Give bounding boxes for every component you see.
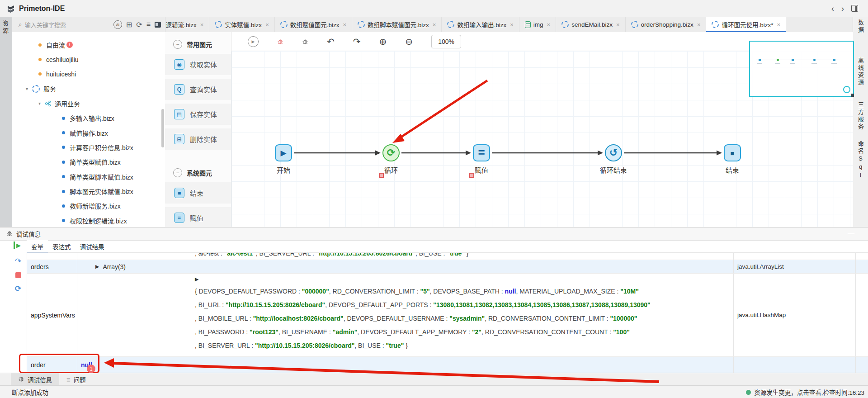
debug-bug-icon[interactable]: [277, 38, 283, 45]
editor-tab-5[interactable]: img×: [519, 17, 556, 32]
tree-item-3[interactable]: ▾服务: [12, 81, 165, 96]
rail-item-2[interactable]: 三方服务: [856, 102, 865, 131]
palette-item-get[interactable]: ◉获取实体: [165, 54, 231, 75]
zoom-level[interactable]: 100%: [431, 35, 461, 48]
table-row-order[interactable]: ordernull: [27, 357, 868, 374]
ai-icon[interactable]: AI: [113, 20, 122, 29]
nav-back-icon[interactable]: ‹: [831, 5, 834, 13]
collapse-icon[interactable]: −: [173, 40, 182, 49]
list-icon[interactable]: ≡: [146, 20, 151, 28]
caret-down-icon[interactable]: ▾: [26, 86, 32, 91]
debug-tab-2[interactable]: 调试结果: [75, 240, 109, 253]
undo-icon[interactable]: ↶: [327, 36, 335, 47]
palette-section-0[interactable]: −常用图元: [165, 35, 231, 54]
layout-toggle-icon[interactable]: [851, 5, 858, 12]
tab-close-icon[interactable]: ×: [697, 21, 701, 28]
editor-tab-2[interactable]: 数组赋值图元.bizx×: [275, 17, 352, 32]
tab-close-icon[interactable]: ×: [433, 21, 436, 28]
palette-item-save[interactable]: ▤保存实体: [165, 104, 231, 125]
rail-item-3[interactable]: 命名Sql: [856, 141, 865, 180]
node-循环[interactable]: ⟳: [382, 144, 400, 161]
tab-close-icon[interactable]: ×: [777, 21, 780, 28]
editor-tab-7[interactable]: orderShopping.bizx×: [626, 17, 707, 32]
tree-item-12[interactable]: 权限控制逻辑流.bizx: [12, 213, 165, 227]
refresh-icon[interactable]: ⟳: [136, 20, 142, 29]
debug-tab-0[interactable]: 变量: [27, 240, 48, 253]
rail-item-0[interactable]: 数据: [856, 19, 865, 34]
run-icon[interactable]: ▶: [248, 36, 259, 47]
tree-item-7[interactable]: 计算客户积分信息.bizx: [12, 140, 165, 155]
tree-item-5[interactable]: 多输入输出.bizx: [12, 111, 165, 125]
value-token: "13080,13081,13082,13083,13084,13085,130…: [433, 301, 650, 308]
tab-close-icon[interactable]: ×: [265, 21, 269, 28]
zoom-in-icon[interactable]: ⊕: [379, 36, 387, 47]
bottom-tab-1[interactable]: ≡问题: [59, 373, 93, 386]
tree-scrollbar[interactable]: [161, 109, 164, 147]
tab-close-icon[interactable]: ×: [200, 21, 204, 28]
board-icon[interactable]: [155, 22, 161, 28]
tree-item-1[interactable]: ceshiluojiliu: [12, 52, 165, 66]
rail-resources-tab[interactable]: 资源: [3, 20, 9, 35]
editor-tab-3[interactable]: 数组脚本赋值图元.bizx×: [352, 17, 442, 32]
tab-close-icon[interactable]: ×: [616, 21, 620, 28]
table-row-clipped[interactable]: , aic-test : "aic-test1", BI_SERVER_URL …: [27, 253, 868, 260]
zoom-out-icon[interactable]: ⊖: [405, 36, 413, 47]
deploy-bug-icon[interactable]: [302, 38, 308, 45]
breakpoint-icon[interactable]: [379, 173, 384, 178]
resource-search[interactable]: ⌕ 输入关键字搜索 AI ⊞ ⟳ ≡: [12, 17, 165, 32]
minimap-handle-icon[interactable]: [843, 86, 850, 93]
minimize-icon[interactable]: —: [848, 229, 854, 237]
editor-tab-8[interactable]: 循环图元使用.bizx*×: [706, 17, 786, 32]
bottom-tab-0[interactable]: 调试信息: [11, 373, 59, 386]
tree-item-0[interactable]: 自由流!: [12, 38, 165, 52]
editor-tab-6[interactable]: sendEMail.bizx×: [556, 17, 625, 32]
node-结束[interactable]: ■: [724, 144, 741, 161]
palette-section-1[interactable]: −系统图元: [165, 163, 231, 182]
tree-item-label: ceshiluojiliu: [46, 56, 79, 63]
editor-tab-0[interactable]: 制逻辑流.bizx×: [165, 17, 209, 32]
breakpoint-icon[interactable]: [469, 173, 474, 178]
table-row-appSystemVars[interactable]: appSystemVars▶{ DEVOPS_DEFAULT_PASSWORD …: [27, 274, 868, 357]
play-icon: ▶: [280, 149, 286, 157]
tree-item-4[interactable]: ▾通用业务: [12, 96, 165, 111]
caret-down-icon[interactable]: ▾: [38, 101, 45, 106]
cube-icon[interactable]: ⊞: [126, 20, 132, 29]
tree-item-2[interactable]: huituiceshi: [12, 67, 165, 81]
search-input[interactable]: 输入关键字搜索: [25, 20, 113, 29]
minimap[interactable]: [749, 41, 854, 97]
redo-icon[interactable]: ↷: [353, 36, 361, 47]
expander-icon[interactable]: ▶: [95, 264, 99, 270]
tree-item-11[interactable]: 教师新增服务.bizx: [12, 199, 165, 213]
debug-tab-1[interactable]: 表达式: [48, 240, 75, 253]
resource-change-notice[interactable]: 资源发生变更，点击查看,检查时间:16:23: [746, 388, 864, 397]
node-循环结束[interactable]: ↺: [605, 144, 622, 161]
tree-item-10[interactable]: 脚本图元实体赋值.bizx: [12, 184, 165, 199]
node-赋值[interactable]: =: [473, 144, 490, 161]
editor-tab-1[interactable]: 实体赋值.bizx×: [209, 17, 274, 32]
palette-item-delete[interactable]: ⊟删除实体: [165, 128, 231, 150]
palette-item-end[interactable]: ■结束: [165, 182, 231, 204]
loop-end-icon: ↺: [609, 148, 618, 158]
bottom-tab-label: 调试信息: [28, 375, 52, 384]
editor-tab-4[interactable]: 数组输入输出.bizx×: [442, 17, 519, 32]
tree-item-8[interactable]: 简单类型赋值.bizx: [12, 155, 165, 169]
palette-item-query[interactable]: Q查询实体: [165, 79, 231, 100]
palette-item-assign[interactable]: =赋值: [165, 207, 231, 228]
tab-close-icon[interactable]: ×: [547, 21, 551, 28]
tab-close-icon[interactable]: ×: [510, 21, 514, 28]
nav-forward-icon[interactable]: ›: [841, 5, 844, 13]
collapse-icon[interactable]: −: [173, 168, 182, 177]
tab-close-icon[interactable]: ×: [343, 21, 346, 28]
value-token: "sysadmin": [449, 315, 485, 322]
expander-icon[interactable]: ▶: [77, 274, 733, 284]
table-row-orders[interactable]: orders▶Array(3)java.util.ArrayList: [27, 260, 868, 274]
tree-item-6[interactable]: 赋值操作.bizx: [12, 125, 165, 140]
resume-icon[interactable]: ▶: [14, 242, 22, 249]
resource-tree: 自由流!ceshiluojiliuhuituiceshi▾服务▾通用业务多输入输…: [12, 32, 165, 227]
tab-label: 实体赋值.bizx: [225, 20, 262, 29]
value-token: , BI_PASSWORD :: [195, 328, 250, 336]
tree-item-9[interactable]: 简单类型脚本赋值.bizx: [12, 170, 165, 184]
rail-item-1[interactable]: 离线资源: [856, 57, 865, 86]
flow-canvas[interactable]: ▶ ↶ ↷ ⊕ ⊖ 100% ▶开始⟳循环=赋值↺循环结束■结束: [231, 32, 853, 227]
node-开始[interactable]: ▶: [275, 144, 292, 161]
